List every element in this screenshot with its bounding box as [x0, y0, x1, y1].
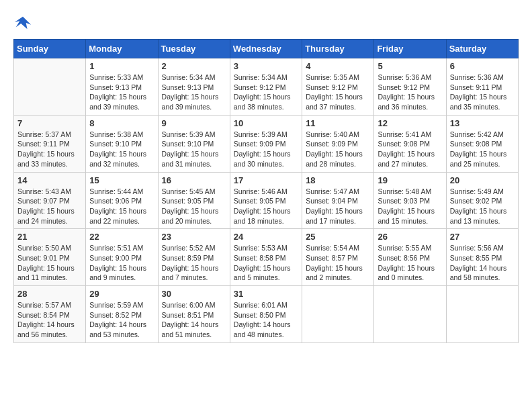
day-number: 4: [306, 61, 370, 71]
day-info: Sunrise: 5:46 AMSunset: 9:05 PMDaylight:…: [234, 187, 298, 226]
day-number: 1: [89, 61, 154, 71]
day-number: 28: [17, 289, 82, 299]
day-number: 24: [234, 232, 298, 242]
day-info: Sunrise: 5:54 AMSunset: 8:57 PMDaylight:…: [306, 243, 370, 283]
calendar-cell: 28Sunrise: 5:57 AMSunset: 8:54 PMDayligh…: [14, 286, 86, 343]
calendar-cell: 20Sunrise: 5:49 AMSunset: 9:02 PMDayligh…: [446, 172, 518, 229]
col-header-tuesday: Tuesday: [158, 40, 230, 58]
logo: [13, 13, 35, 32]
col-header-monday: Monday: [86, 40, 158, 58]
calendar-cell: 10Sunrise: 5:39 AMSunset: 9:09 PMDayligh…: [230, 115, 302, 172]
day-info: Sunrise: 6:01 AMSunset: 8:50 PMDaylight:…: [234, 300, 298, 340]
calendar-cell: 23Sunrise: 5:52 AMSunset: 8:59 PMDayligh…: [158, 229, 230, 286]
calendar-cell: 11Sunrise: 5:40 AMSunset: 9:09 PMDayligh…: [302, 115, 374, 172]
calendar-cell: 4Sunrise: 5:35 AMSunset: 9:12 PMDaylight…: [302, 58, 374, 116]
col-header-thursday: Thursday: [302, 40, 374, 58]
header-row: SundayMondayTuesdayWednesdayThursdayFrid…: [14, 40, 519, 58]
day-number: 31: [234, 289, 298, 299]
day-info: Sunrise: 5:38 AMSunset: 9:10 PMDaylight:…: [89, 130, 154, 169]
calendar-cell: [446, 286, 518, 343]
day-info: Sunrise: 5:47 AMSunset: 9:04 PMDaylight:…: [306, 187, 370, 226]
day-number: 13: [450, 118, 515, 128]
week-row-3: 14Sunrise: 5:43 AMSunset: 9:07 PMDayligh…: [14, 172, 519, 229]
page-header: [13, 13, 519, 32]
calendar-cell: 7Sunrise: 5:37 AMSunset: 9:11 PMDaylight…: [14, 115, 86, 172]
svg-marker-0: [15, 17, 31, 30]
day-info: Sunrise: 5:42 AMSunset: 9:08 PMDaylight:…: [450, 130, 515, 169]
day-info: Sunrise: 5:35 AMSunset: 9:12 PMDaylight:…: [306, 73, 370, 112]
calendar-cell: 15Sunrise: 5:44 AMSunset: 9:06 PMDayligh…: [86, 172, 158, 229]
day-number: 12: [378, 118, 442, 128]
week-row-4: 21Sunrise: 5:50 AMSunset: 9:01 PMDayligh…: [14, 229, 519, 286]
day-number: 29: [89, 289, 154, 299]
day-info: Sunrise: 5:36 AMSunset: 9:11 PMDaylight:…: [450, 73, 515, 112]
day-info: Sunrise: 5:40 AMSunset: 9:09 PMDaylight:…: [306, 130, 370, 169]
day-number: 2: [162, 61, 226, 71]
day-info: Sunrise: 5:59 AMSunset: 8:52 PMDaylight:…: [89, 300, 154, 340]
day-info: Sunrise: 5:55 AMSunset: 8:56 PMDaylight:…: [378, 243, 442, 283]
col-header-wednesday: Wednesday: [230, 40, 302, 58]
day-info: Sunrise: 5:41 AMSunset: 9:08 PMDaylight:…: [378, 130, 442, 169]
day-info: Sunrise: 5:33 AMSunset: 9:13 PMDaylight:…: [89, 73, 154, 112]
day-number: 22: [89, 232, 154, 242]
day-number: 30: [162, 289, 226, 299]
day-number: 11: [306, 118, 370, 128]
logo-icon: [13, 13, 32, 32]
calendar-cell: 12Sunrise: 5:41 AMSunset: 9:08 PMDayligh…: [374, 115, 446, 172]
day-number: 20: [450, 175, 515, 185]
day-info: Sunrise: 5:37 AMSunset: 9:11 PMDaylight:…: [17, 130, 82, 169]
col-header-sunday: Sunday: [14, 40, 86, 58]
calendar-cell: 31Sunrise: 6:01 AMSunset: 8:50 PMDayligh…: [230, 286, 302, 343]
day-number: 15: [89, 175, 154, 185]
day-number: 10: [234, 118, 298, 128]
calendar-cell: 9Sunrise: 5:39 AMSunset: 9:10 PMDaylight…: [158, 115, 230, 172]
calendar-cell: 6Sunrise: 5:36 AMSunset: 9:11 PMDaylight…: [446, 58, 518, 116]
day-number: 21: [17, 232, 82, 242]
day-info: Sunrise: 6:00 AMSunset: 8:51 PMDaylight:…: [162, 300, 226, 340]
day-number: 18: [306, 175, 370, 185]
calendar-cell: 16Sunrise: 5:45 AMSunset: 9:05 PMDayligh…: [158, 172, 230, 229]
calendar-cell: 5Sunrise: 5:36 AMSunset: 9:12 PMDaylight…: [374, 58, 446, 116]
day-info: Sunrise: 5:57 AMSunset: 8:54 PMDaylight:…: [17, 300, 82, 340]
day-info: Sunrise: 5:48 AMSunset: 9:03 PMDaylight:…: [378, 187, 442, 226]
day-info: Sunrise: 5:45 AMSunset: 9:05 PMDaylight:…: [162, 187, 226, 226]
day-info: Sunrise: 5:56 AMSunset: 8:55 PMDaylight:…: [450, 243, 515, 283]
day-info: Sunrise: 5:50 AMSunset: 9:01 PMDaylight:…: [17, 243, 82, 283]
day-number: 8: [89, 118, 154, 128]
calendar-cell: [374, 286, 446, 343]
week-row-1: 1Sunrise: 5:33 AMSunset: 9:13 PMDaylight…: [14, 58, 519, 116]
day-number: 14: [17, 175, 82, 185]
day-info: Sunrise: 5:39 AMSunset: 9:09 PMDaylight:…: [234, 130, 298, 169]
day-info: Sunrise: 5:34 AMSunset: 9:12 PMDaylight:…: [234, 73, 298, 112]
col-header-saturday: Saturday: [446, 40, 518, 58]
day-info: Sunrise: 5:36 AMSunset: 9:12 PMDaylight:…: [378, 73, 442, 112]
col-header-friday: Friday: [374, 40, 446, 58]
calendar-cell: 26Sunrise: 5:55 AMSunset: 8:56 PMDayligh…: [374, 229, 446, 286]
day-info: Sunrise: 5:34 AMSunset: 9:13 PMDaylight:…: [162, 73, 226, 112]
calendar-cell: 24Sunrise: 5:53 AMSunset: 8:58 PMDayligh…: [230, 229, 302, 286]
day-number: 27: [450, 232, 515, 242]
day-number: 17: [234, 175, 298, 185]
calendar-cell: 8Sunrise: 5:38 AMSunset: 9:10 PMDaylight…: [86, 115, 158, 172]
calendar-cell: 21Sunrise: 5:50 AMSunset: 9:01 PMDayligh…: [14, 229, 86, 286]
day-number: 23: [162, 232, 226, 242]
day-number: 25: [306, 232, 370, 242]
calendar-table: SundayMondayTuesdayWednesdayThursdayFrid…: [13, 39, 519, 343]
calendar-cell: [14, 58, 86, 116]
day-info: Sunrise: 5:44 AMSunset: 9:06 PMDaylight:…: [89, 187, 154, 226]
day-info: Sunrise: 5:53 AMSunset: 8:58 PMDaylight:…: [234, 243, 298, 283]
day-info: Sunrise: 5:49 AMSunset: 9:02 PMDaylight:…: [450, 187, 515, 226]
day-number: 7: [17, 118, 82, 128]
calendar-cell: 14Sunrise: 5:43 AMSunset: 9:07 PMDayligh…: [14, 172, 86, 229]
day-number: 3: [234, 61, 298, 71]
day-number: 6: [450, 61, 515, 71]
calendar-cell: 13Sunrise: 5:42 AMSunset: 9:08 PMDayligh…: [446, 115, 518, 172]
calendar-cell: 22Sunrise: 5:51 AMSunset: 9:00 PMDayligh…: [86, 229, 158, 286]
week-row-2: 7Sunrise: 5:37 AMSunset: 9:11 PMDaylight…: [14, 115, 519, 172]
day-info: Sunrise: 5:52 AMSunset: 8:59 PMDaylight:…: [162, 243, 226, 283]
calendar-cell: 2Sunrise: 5:34 AMSunset: 9:13 PMDaylight…: [158, 58, 230, 116]
day-number: 9: [162, 118, 226, 128]
calendar-cell: 19Sunrise: 5:48 AMSunset: 9:03 PMDayligh…: [374, 172, 446, 229]
calendar-cell: [302, 286, 374, 343]
day-info: Sunrise: 5:43 AMSunset: 9:07 PMDaylight:…: [17, 187, 82, 226]
